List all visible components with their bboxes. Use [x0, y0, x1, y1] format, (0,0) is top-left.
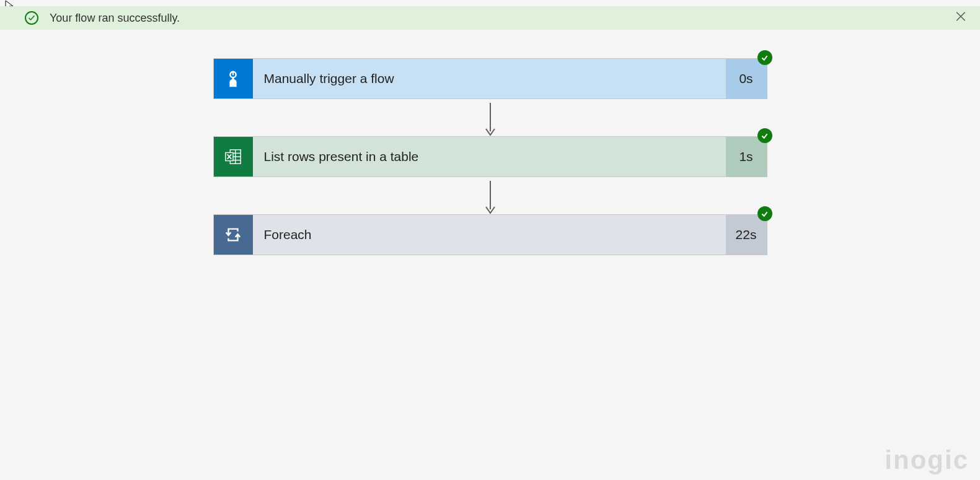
step-duration: 22s [726, 215, 767, 255]
success-badge-icon [757, 50, 772, 65]
loop-icon [214, 215, 253, 255]
flow-step-trigger[interactable]: Manually trigger a flow 0s [213, 58, 767, 99]
connector-arrow-icon [484, 99, 497, 136]
flow-step-foreach[interactable]: Foreach 22s [213, 214, 767, 255]
connector-arrow-icon [484, 177, 497, 214]
step-title: Manually trigger a flow [253, 59, 726, 98]
success-banner: Your flow ran successfully. [0, 6, 980, 30]
trigger-icon [214, 59, 253, 98]
banner-message: Your flow ran successfully. [50, 12, 180, 25]
flow-canvas: Manually trigger a flow 0s List rows pre… [0, 30, 980, 255]
svg-rect-2 [232, 77, 234, 81]
step-title: List rows present in a table [253, 137, 726, 177]
success-check-icon [25, 11, 38, 25]
flow-step-excel[interactable]: List rows present in a table 1s [213, 136, 767, 177]
excel-icon [214, 137, 253, 177]
success-badge-icon [757, 206, 772, 221]
step-duration: 1s [726, 137, 767, 177]
watermark: inogic [885, 445, 969, 475]
close-icon[interactable] [955, 11, 966, 25]
step-duration: 0s [726, 59, 767, 98]
success-badge-icon [757, 128, 772, 143]
step-title: Foreach [253, 215, 726, 255]
